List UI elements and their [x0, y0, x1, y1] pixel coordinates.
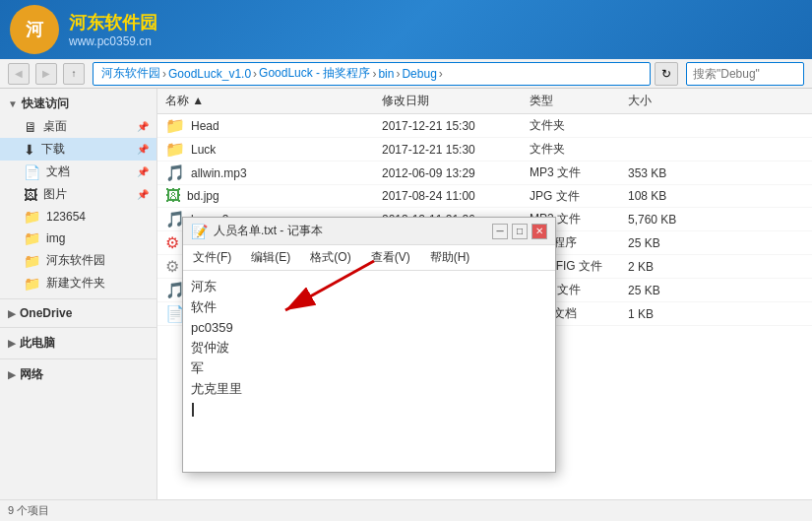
- breadcrumb-bin[interactable]: bin: [378, 67, 394, 81]
- file-name-cell: 📁 Head: [157, 116, 374, 135]
- col-header-name[interactable]: 名称 ▲: [157, 93, 374, 109]
- this-pc-header[interactable]: ▶ 此电脑: [0, 332, 156, 355]
- up-button[interactable]: ↑: [63, 63, 85, 85]
- text-cursor: [192, 403, 194, 417]
- table-row[interactable]: 📁 Luck 2017-12-21 15:30 文件夹: [157, 138, 812, 162]
- quick-access-label: 快速访问: [22, 96, 69, 112]
- notepad-window: 📝 人员名单.txt - 记事本 ─ □ ✕ 文件(F) 编辑(E) 格式(O)…: [182, 217, 556, 473]
- notepad-menu-format[interactable]: 格式(O): [300, 247, 360, 268]
- notepad-titlebar: 📝 人员名单.txt - 记事本 ─ □ ✕: [183, 218, 555, 245]
- refresh-button[interactable]: ↻: [655, 62, 678, 86]
- sidebar-hedong-label: 河东软件园: [46, 252, 105, 269]
- file-icon: ⚙: [165, 233, 179, 252]
- onedrive-label: OneDrive: [20, 306, 72, 320]
- desktop-icon: 🖥: [24, 119, 37, 135]
- notepad-icon: 📝: [191, 224, 208, 239]
- file-type-cell: 文件夹: [522, 117, 620, 134]
- quick-access-arrow: ▼: [8, 98, 18, 109]
- notepad-line: 贺仲波: [191, 338, 547, 358]
- sidebar-downloads-label: 下载: [41, 141, 65, 158]
- pin-icon2: 📌: [137, 144, 149, 155]
- breadcrumb-goodluck[interactable]: GoodLuck_v1.0: [168, 67, 251, 81]
- file-type-cell: 文件夹: [522, 141, 620, 158]
- search-input[interactable]: [686, 62, 804, 86]
- site-url: www.pc0359.cn: [69, 34, 157, 48]
- sidebar: ▼ 快速访问 🖥 桌面 📌 ⬇ 下载 📌 📄 文档 📌: [0, 89, 157, 499]
- notepad-line: pc0359: [191, 318, 547, 339]
- file-icon: ⚙: [165, 257, 179, 276]
- file-name-cell: 🎵 allwin.mp3: [157, 163, 374, 182]
- notepad-line: 河东: [191, 277, 547, 297]
- sidebar-123654-label: 123654: [46, 210, 86, 224]
- titlebar: ◀ ▶ ↑ 河东软件园 › GoodLuck_v1.0 › GoodLuck -…: [0, 59, 812, 89]
- col-header-type[interactable]: 类型: [522, 93, 620, 109]
- file-size-cell: 2 KB: [620, 260, 699, 274]
- col-header-date[interactable]: 修改日期: [374, 93, 522, 109]
- file-name-text: bd.jpg: [187, 189, 219, 203]
- notepad-minimize[interactable]: ─: [492, 224, 508, 239]
- breadcrumb-debug[interactable]: Debug: [402, 67, 436, 81]
- notepad-menu-view[interactable]: 查看(V): [361, 247, 420, 268]
- file-size-cell: 353 KB: [620, 166, 699, 180]
- searchbar: [686, 62, 804, 86]
- back-button[interactable]: ◀: [8, 63, 30, 85]
- network-section: ▶ 网络: [0, 358, 156, 390]
- file-icon: 🖼: [165, 187, 181, 205]
- sidebar-img-label: img: [46, 231, 65, 245]
- breadcrumb-app[interactable]: GoodLuck - 抽奖程序: [259, 65, 370, 82]
- sidebar-pictures-label: 图片: [43, 186, 67, 203]
- sidebar-item-documents[interactable]: 📄 文档 📌: [0, 161, 156, 183]
- sidebar-item-pictures[interactable]: 🖼 图片 📌: [0, 183, 156, 206]
- site-name: 河东软件园: [69, 11, 157, 34]
- sidebar-item-img[interactable]: 📁 img: [0, 228, 156, 249]
- notepad-maximize[interactable]: □: [512, 224, 528, 239]
- sidebar-item-downloads[interactable]: ⬇ 下载 📌: [0, 138, 156, 161]
- sidebar-desktop-label: 桌面: [43, 118, 67, 135]
- quick-access-section: ▼ 快速访问 🖥 桌面 📌 ⬇ 下载 📌 📄 文档 📌: [0, 93, 156, 294]
- notepad-menu-help[interactable]: 帮助(H): [420, 247, 480, 268]
- onedrive-section: ▶ OneDrive: [0, 298, 156, 327]
- quick-access-header[interactable]: ▼ 快速访问: [0, 93, 156, 115]
- address-path[interactable]: 河东软件园 › GoodLuck_v1.0 › GoodLuck - 抽奖程序 …: [93, 62, 651, 86]
- folder-icon-2: 📁: [24, 230, 40, 246]
- table-row[interactable]: 🖼 bd.jpg 2017-08-24 11:00 JPG 文件 108 KB: [157, 185, 812, 208]
- notepad-menu-edit[interactable]: 编辑(E): [241, 247, 300, 268]
- this-pc-arrow: ▶: [8, 338, 16, 349]
- file-size-cell: 1 KB: [620, 307, 699, 321]
- notepad-line: 软件: [191, 297, 547, 318]
- table-row[interactable]: 📁 Head 2017-12-21 15:30 文件夹: [157, 114, 812, 138]
- sidebar-item-desktop[interactable]: 🖥 桌面 📌: [0, 115, 156, 138]
- notepad-line: [191, 400, 547, 421]
- notepad-line: 军: [191, 358, 547, 379]
- folder-icon-3: 📁: [24, 253, 40, 269]
- network-label: 网络: [20, 366, 43, 383]
- notepad-menu-file[interactable]: 文件(F): [183, 247, 241, 268]
- file-size-cell: 108 KB: [620, 189, 699, 203]
- table-row[interactable]: 🎵 allwin.mp3 2012-06-09 13:29 MP3 文件 353…: [157, 162, 812, 185]
- file-size-cell: 25 KB: [620, 284, 699, 297]
- sidebar-item-newfolder[interactable]: 📁 新建文件夹: [0, 272, 156, 294]
- sidebar-item-hedong[interactable]: 📁 河东软件园: [0, 249, 156, 272]
- nav-controls: ◀ ▶ ↑: [8, 63, 85, 85]
- filelist-header: 名称 ▲ 修改日期 类型 大小: [157, 89, 812, 114]
- notepad-title: 人员名单.txt - 记事本: [214, 223, 486, 239]
- documents-icon: 📄: [24, 164, 40, 180]
- forward-button[interactable]: ▶: [35, 63, 57, 85]
- notepad-close[interactable]: ✕: [531, 224, 547, 239]
- file-name-cell: 📁 Luck: [157, 140, 374, 159]
- col-header-size[interactable]: 大小: [620, 93, 699, 109]
- file-size-cell: 5,760 KB: [620, 213, 699, 227]
- network-header[interactable]: ▶ 网络: [0, 363, 156, 386]
- file-icon: 🎵: [165, 163, 185, 182]
- sidebar-item-123654[interactable]: 📁 123654: [0, 206, 156, 228]
- onedrive-arrow: ▶: [8, 308, 16, 319]
- notepad-content[interactable]: 河东软件pc0359贺仲波军尤克里里: [183, 271, 555, 472]
- this-pc-label: 此电脑: [20, 335, 55, 352]
- file-date-cell: 2017-12-21 15:30: [374, 143, 522, 157]
- breadcrumb-root[interactable]: 河东软件园: [101, 65, 160, 82]
- addressbar: 河东软件园 › GoodLuck_v1.0 › GoodLuck - 抽奖程序 …: [93, 62, 678, 86]
- file-date-cell: 2017-08-24 11:00: [374, 189, 522, 203]
- statusbar: 9 个项目: [0, 499, 812, 521]
- pictures-icon: 🖼: [24, 187, 37, 203]
- onedrive-header[interactable]: ▶ OneDrive: [0, 303, 156, 323]
